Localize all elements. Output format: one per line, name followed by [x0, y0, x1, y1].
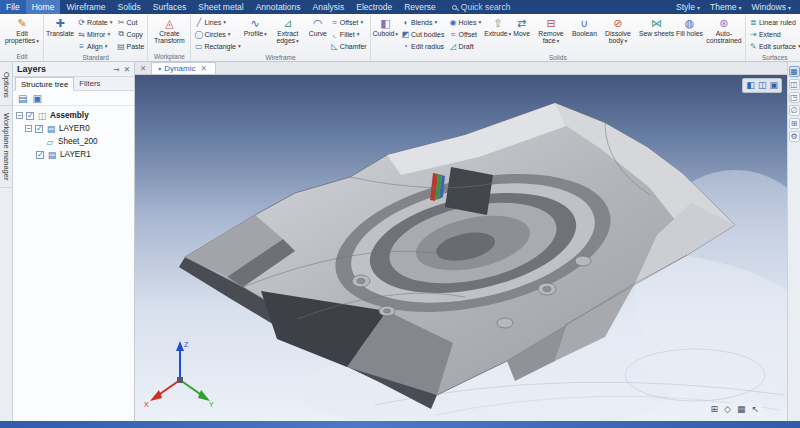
- tree-item-layer1[interactable]: ▤LAYER1: [13, 148, 134, 161]
- ribbon-tab-annotations[interactable]: Annotations: [250, 0, 307, 14]
- ribbon-tab-home[interactable]: Home: [26, 0, 61, 14]
- ribbon-tab-reverse[interactable]: Reverse: [398, 0, 442, 14]
- edit-surface-button[interactable]: ✎Edit surface▾: [747, 40, 800, 52]
- visibility-checkbox[interactable]: [36, 151, 44, 159]
- layers-panel: Layers ⊸ ✕ Structure tree Filters ▤▣ −◫A…: [13, 62, 135, 421]
- menu-label: Theme: [710, 2, 736, 12]
- chevron-down-icon: ▾: [158, 65, 161, 72]
- cut-button[interactable]: ✂Cut: [114, 16, 146, 28]
- expander-icon[interactable]: −: [25, 125, 32, 132]
- menu-style[interactable]: Style▾: [671, 2, 705, 12]
- expander-icon[interactable]: −: [16, 112, 23, 119]
- ribbon-tab-surfaces[interactable]: Surfaces: [147, 0, 193, 14]
- paste-button[interactable]: ▤Paste: [114, 40, 146, 52]
- workplane-icon: ◬: [165, 16, 173, 30]
- cursor-icon[interactable]: ↖: [751, 404, 759, 415]
- model-analysis-icon[interactable]: ▦: [789, 66, 800, 77]
- copy-button[interactable]: ⧉Copy: [114, 28, 146, 40]
- menu-windows[interactable]: Windows▾: [747, 2, 797, 12]
- zoom-box-icon[interactable]: ⊞: [710, 404, 718, 415]
- ribbon-group-label: Workplane: [149, 52, 189, 61]
- ribbon-tab-analysis[interactable]: Analysis: [307, 0, 351, 14]
- ribbon-tab-wireframe[interactable]: Wireframe: [60, 0, 111, 14]
- save-layers-icon[interactable]: ▣: [32, 92, 41, 105]
- multi-pane-icon[interactable]: ▦: [737, 404, 746, 415]
- visibility-checkbox[interactable]: [26, 112, 34, 120]
- align-button[interactable]: ≡Align▾: [75, 40, 114, 52]
- lines-button[interactable]: ╱Lines▾: [192, 16, 242, 28]
- tree-item-sheet-200[interactable]: ▱Sheet_200: [13, 135, 134, 148]
- move-button[interactable]: ⇄Move: [512, 15, 531, 53]
- options-icon[interactable]: ⚙: [789, 131, 800, 142]
- ribbon-tab-sheet-metal[interactable]: Sheet metal: [192, 0, 249, 14]
- offset-button[interactable]: ≈Offset▾: [328, 16, 369, 28]
- dropdown-arrow-icon: ▾: [360, 19, 363, 25]
- measure-icon[interactable]: ∅: [789, 105, 800, 116]
- file-menu-button[interactable]: File: [0, 0, 26, 14]
- tab-filters[interactable]: Filters: [74, 77, 105, 90]
- blends-button[interactable]: ◖Blends▾: [399, 16, 446, 28]
- pin-icon[interactable]: ⊸: [113, 65, 119, 74]
- dropdown-arrow-icon: ▾: [478, 19, 481, 25]
- create-transform-button[interactable]: ◬Create Transform: [149, 15, 189, 52]
- side-tab-workplane-manager[interactable]: Workplane manager: [0, 106, 12, 188]
- calculator-icon[interactable]: ⊞: [789, 118, 800, 129]
- linear-ruled-button[interactable]: ≣Linear ruled: [747, 16, 800, 28]
- shaded-view-icon[interactable]: ◧: [746, 80, 755, 91]
- multi-window-icon[interactable]: ◫: [758, 80, 767, 91]
- extend-button[interactable]: ⇥Extend: [747, 28, 800, 40]
- edit-properties-button[interactable]: ✎Edit properties▾: [2, 15, 42, 52]
- chevron-down-icon: ▾: [738, 4, 741, 11]
- extrude-button[interactable]: ⇧Extrude▾: [483, 15, 512, 53]
- snapshot-icon[interactable]: ◳: [789, 92, 800, 103]
- button-label: Chamfer: [340, 43, 367, 50]
- fill-holes-button[interactable]: ◍Fill holes: [675, 15, 704, 53]
- cad-model-scene: Z X Y: [135, 75, 787, 421]
- remove-face-button[interactable]: ⊟Remove face▾: [531, 15, 571, 53]
- mirror-button[interactable]: ⇋Mirror▾: [75, 28, 114, 40]
- ribbon-tab-electrode[interactable]: Electrode: [350, 0, 398, 14]
- rectangle-button[interactable]: ▭Rectangle▾: [192, 40, 242, 52]
- draft-button[interactable]: ◿Draft: [446, 40, 483, 52]
- dissolve-body-button[interactable]: ⊘Dissolve body▾: [598, 15, 638, 53]
- button-label: Boolean: [572, 30, 597, 37]
- translate-button[interactable]: ✚Translate: [45, 15, 75, 53]
- button-label: Remove face▾: [532, 30, 570, 45]
- cuboid-button[interactable]: ◧Cuboid▾: [372, 15, 399, 53]
- linear-ruled-icon: ≣: [749, 18, 758, 27]
- close-icon[interactable]: ✕: [124, 65, 130, 74]
- ribbon-tab-solids[interactable]: Solids: [112, 0, 147, 14]
- boolean-button[interactable]: ∪Boolean: [571, 15, 598, 53]
- holes-button[interactable]: ◉Holes▾: [446, 16, 483, 28]
- cut-bodies-button[interactable]: ◩Cut bodies: [399, 28, 446, 40]
- profile-button[interactable]: ∿Profile▾: [243, 15, 268, 53]
- views-icon[interactable]: ◫: [789, 79, 800, 90]
- viewport-tab-dynamic[interactable]: ▾ Dynamic ✕: [151, 62, 215, 74]
- extract-edges-button[interactable]: ⊿Extract edges▾: [268, 15, 308, 53]
- quick-search[interactable]: Quick search: [444, 0, 519, 14]
- offset-button[interactable]: ≈Offset: [446, 28, 483, 40]
- tab-structure-tree[interactable]: Structure tree: [15, 77, 74, 91]
- curve-button[interactable]: ◠Curve: [308, 15, 328, 53]
- rotate-button[interactable]: ⟳Rotate▾: [75, 16, 114, 28]
- tree-item-layer0[interactable]: −▤LAYER0: [13, 122, 134, 135]
- chamfer-button[interactable]: ◺Chamfer: [328, 40, 369, 52]
- tree-item-assembly[interactable]: −◫Assembly: [13, 109, 134, 122]
- fillet-button[interactable]: ◟Fillet▾: [328, 28, 369, 40]
- edit-radius-button[interactable]: ◔Edit radius: [399, 40, 446, 52]
- menu-theme[interactable]: Theme▾: [705, 2, 746, 12]
- layers-icon[interactable]: ▤: [18, 92, 27, 105]
- side-tab-options[interactable]: Options: [0, 65, 12, 106]
- close-tab-icon[interactable]: ✕: [198, 64, 208, 74]
- auto-constrained-button[interactable]: ⊛Auto-constrained: [704, 15, 744, 53]
- circles-button[interactable]: ◯Circles▾: [192, 28, 242, 40]
- close-all-windows-icon[interactable]: ✕: [138, 64, 148, 74]
- iso-view-icon[interactable]: ◇: [724, 404, 731, 415]
- viewport-canvas[interactable]: Z X Y ◧◫▣ ⊞◇▦↖: [135, 75, 787, 421]
- button-label: Translate: [46, 30, 74, 37]
- visibility-checkbox[interactable]: [35, 125, 43, 133]
- button-label: Cut: [126, 19, 137, 26]
- sew-sheets-button[interactable]: ⋈Sew sheets: [638, 15, 675, 53]
- edit-properties-icon: ✎: [17, 16, 26, 30]
- full-screen-icon[interactable]: ▣: [769, 80, 778, 91]
